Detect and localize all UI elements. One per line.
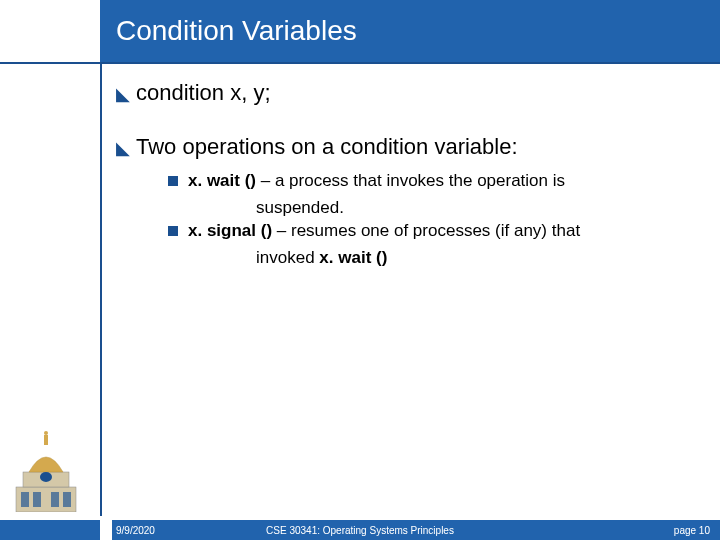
- sub2-rest: – resumes one of processes (if any) that: [277, 221, 580, 240]
- svg-rect-7: [44, 435, 48, 445]
- sub1-bold: x. wait (): [188, 171, 261, 190]
- sub2-continuation: invoked x. wait (): [168, 247, 690, 270]
- footer-course: CSE 30341: Operating Systems Principles: [266, 525, 454, 536]
- bullet-main-2: ◣ Two operations on a condition variable…: [116, 134, 690, 160]
- vertical-divider: [100, 62, 102, 516]
- footer-date: 9/9/2020: [116, 525, 155, 536]
- header-left-blank: [0, 0, 100, 62]
- sub-bullet-2: x. signal () – resumes one of processes …: [168, 220, 690, 243]
- slide-header: Condition Variables: [100, 0, 720, 62]
- bullet-main-1: ◣ condition x, y;: [116, 80, 690, 106]
- arrow-bullet-icon: ◣: [116, 83, 130, 105]
- slide-title: Condition Variables: [116, 15, 357, 47]
- svg-rect-1: [21, 492, 29, 507]
- svg-rect-3: [51, 492, 59, 507]
- sub1-continuation: suspended.: [168, 197, 690, 220]
- bullet-text-1: condition x, y;: [136, 80, 271, 106]
- sub-bullet-1-text: x. wait () – a process that invokes the …: [188, 170, 565, 193]
- svg-rect-4: [63, 492, 71, 507]
- square-bullet-icon: [168, 176, 178, 186]
- sub-bullet-2-text: x. signal () – resumes one of processes …: [188, 220, 580, 243]
- sub-bullet-list: x. wait () – a process that invokes the …: [168, 170, 690, 270]
- bullet-text-2: Two operations on a condition variable:: [136, 134, 518, 160]
- arrow-bullet-icon: ◣: [116, 137, 130, 159]
- logo-dome: [6, 422, 86, 512]
- sub1-rest: – a process that invokes the operation i…: [261, 171, 565, 190]
- dome-icon: [11, 427, 81, 512]
- svg-point-8: [44, 431, 48, 435]
- footer-notch: [100, 520, 112, 540]
- slide: Condition Variables ◣ condition x, y; ◣ …: [0, 0, 720, 540]
- footer-page: page 10: [674, 525, 710, 536]
- square-bullet-icon: [168, 226, 178, 236]
- svg-point-6: [40, 472, 52, 482]
- svg-rect-2: [33, 492, 41, 507]
- slide-content: ◣ condition x, y; ◣ Two operations on a …: [116, 80, 690, 270]
- horizontal-divider: [0, 62, 720, 64]
- sub2-cont-bold: x. wait (): [319, 248, 387, 267]
- sub2-bold: x. signal (): [188, 221, 277, 240]
- sub2-cont-a: invoked: [256, 248, 319, 267]
- sub-bullet-1: x. wait () – a process that invokes the …: [168, 170, 690, 193]
